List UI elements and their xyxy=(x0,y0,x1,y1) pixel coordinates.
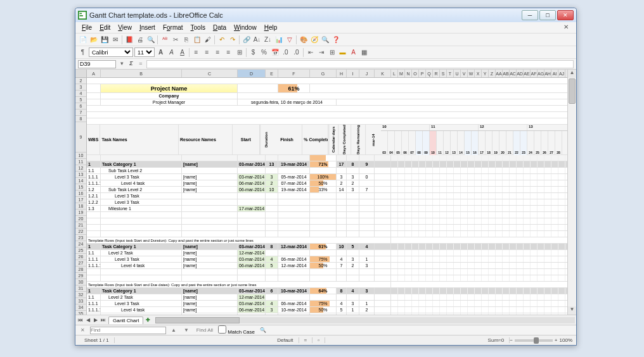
border-icon[interactable]: ⊞ xyxy=(327,47,337,57)
redo-icon[interactable]: ↷ xyxy=(228,35,237,44)
row-header[interactable]: 22 xyxy=(75,229,86,235)
col-header[interactable]: M xyxy=(398,70,405,77)
decimal-add-icon[interactable]: .0 xyxy=(281,47,290,57)
currency-icon[interactable]: $ xyxy=(248,47,258,57)
row-header[interactable]: 6 xyxy=(75,103,86,110)
align-justify-icon[interactable]: ≡ xyxy=(224,47,233,57)
find-close-icon[interactable]: ✕ xyxy=(78,327,87,333)
align-center-icon[interactable]: ≡ xyxy=(202,47,212,57)
tab-last-icon[interactable]: ⏭ xyxy=(100,317,107,323)
name-box[interactable] xyxy=(78,60,116,68)
col-header[interactable]: AD xyxy=(517,70,524,77)
menu-view[interactable]: View xyxy=(114,23,136,32)
row-header[interactable]: 25 xyxy=(75,247,86,254)
tab-first-icon[interactable]: ⏮ xyxy=(77,317,84,323)
tab-next-icon[interactable]: ▶ xyxy=(92,317,100,323)
col-header[interactable]: Y xyxy=(482,70,489,77)
fontsize-select[interactable]: 11 xyxy=(134,47,155,57)
sort-desc-icon[interactable]: Z↓ xyxy=(263,35,273,44)
col-header[interactable]: I xyxy=(347,70,359,77)
row-header[interactable]: 15 xyxy=(75,184,86,191)
menu-edit[interactable]: Edit xyxy=(96,23,114,32)
doc-close-icon[interactable]: ✕ xyxy=(560,23,572,31)
align-right-icon[interactable]: ≡ xyxy=(213,47,222,57)
row-header[interactable]: 13 xyxy=(75,172,86,178)
col-header[interactable]: AI xyxy=(551,70,558,77)
close-button[interactable]: ✕ xyxy=(557,10,574,20)
row-header[interactable]: 35 xyxy=(75,311,86,315)
minimize-button[interactable]: ─ xyxy=(522,10,538,20)
row-header[interactable]: 17 xyxy=(75,197,86,203)
percent-icon[interactable]: % xyxy=(259,47,269,57)
zoom-icon[interactable]: 🔍 xyxy=(320,35,330,44)
col-header[interactable]: Z xyxy=(489,70,496,77)
menu-insert[interactable]: Insert xyxy=(136,23,159,32)
scroll-down-icon[interactable]: ▼ xyxy=(568,306,576,315)
menu-tools[interactable]: Tools xyxy=(187,23,209,32)
save-icon[interactable]: 💾 xyxy=(100,35,109,44)
row-header[interactable]: 34 xyxy=(75,304,86,311)
preview-icon[interactable]: 🔍 xyxy=(146,35,155,44)
menu-file[interactable]: File xyxy=(78,23,96,32)
row-header[interactable]: 11 xyxy=(75,159,86,165)
print-icon[interactable]: 🖨 xyxy=(135,35,145,44)
grid[interactable]: Project Name61%CompanyProject Managerseg… xyxy=(87,78,576,315)
italic-icon[interactable]: A xyxy=(167,47,176,57)
help-icon[interactable]: ❓ xyxy=(331,35,340,44)
row-header[interactable]: 16 xyxy=(75,191,86,197)
zoom-control[interactable]: − + 100% xyxy=(510,337,572,343)
menu-window[interactable]: Window xyxy=(230,23,261,32)
decimal-del-icon[interactable]: .0 xyxy=(292,47,301,57)
undo-icon[interactable]: ↶ xyxy=(217,35,226,44)
row-header[interactable]: 18 xyxy=(75,203,86,210)
col-header[interactable]: F xyxy=(278,70,310,77)
col-header[interactable]: V xyxy=(461,70,468,77)
col-header[interactable]: N xyxy=(405,70,412,77)
fontcolor-icon[interactable]: A xyxy=(349,47,358,57)
row-header[interactable]: 30 xyxy=(75,279,86,285)
row-header[interactable]: 14 xyxy=(75,178,86,184)
row-header[interactable]: 32 xyxy=(75,292,86,298)
equals-icon[interactable]: = xyxy=(137,60,145,68)
col-header[interactable]: Q xyxy=(426,70,433,77)
col-header[interactable]: AF xyxy=(531,70,538,77)
tab-prev-icon[interactable]: ◀ xyxy=(84,317,92,323)
conditional-icon[interactable]: ▦ xyxy=(359,47,369,57)
gallery-icon[interactable]: 🎨 xyxy=(299,35,308,44)
bgcolor-icon[interactable]: ▬ xyxy=(338,47,347,57)
filter-icon[interactable]: ▽ xyxy=(285,35,294,44)
cut-icon[interactable]: ✂ xyxy=(171,35,180,44)
date-icon[interactable]: 📅 xyxy=(270,47,280,57)
row-header[interactable]: 12 xyxy=(75,165,86,172)
col-header[interactable]: AC xyxy=(510,70,517,77)
row-header[interactable]: 5 xyxy=(75,97,86,103)
horizontal-scrollbar[interactable] xyxy=(155,317,575,323)
menu-format[interactable]: Format xyxy=(159,23,187,32)
function-icon[interactable]: Σ xyxy=(127,60,135,68)
indent-inc-icon[interactable]: ⇥ xyxy=(316,47,326,57)
pdf-icon[interactable]: 📕 xyxy=(124,35,134,44)
zoom-in-icon[interactable]: + xyxy=(555,337,558,343)
row-header[interactable]: 7 xyxy=(75,110,86,116)
row-header[interactable]: 31 xyxy=(75,285,86,292)
dropdown-icon[interactable]: ▾ xyxy=(118,60,126,68)
underline-icon[interactable]: A xyxy=(177,47,187,57)
styles-icon[interactable]: ¶ xyxy=(78,47,87,57)
col-header[interactable]: E xyxy=(266,70,278,77)
find-input[interactable] xyxy=(90,327,166,334)
copy-icon[interactable]: ⎘ xyxy=(181,35,191,44)
menu-data[interactable]: Data xyxy=(209,23,230,32)
row-header[interactable]: 27 xyxy=(75,260,86,266)
sort-asc-icon[interactable]: A↓ xyxy=(252,35,262,44)
sheet-tab[interactable]: Gantt Chart xyxy=(108,316,143,324)
row-header[interactable]: 26 xyxy=(75,254,86,260)
scroll-up-icon[interactable]: ▲ xyxy=(568,70,576,78)
email-icon[interactable]: ✉ xyxy=(110,35,120,44)
col-header[interactable]: AA xyxy=(496,70,503,77)
open-icon[interactable]: 📂 xyxy=(89,35,98,44)
col-header[interactable]: AG xyxy=(538,70,544,77)
row-header[interactable]: 10 xyxy=(75,153,86,159)
find-options-icon[interactable]: 🔍 xyxy=(257,327,269,333)
col-header[interactable]: K xyxy=(375,70,391,77)
col-header[interactable]: S xyxy=(440,70,447,77)
